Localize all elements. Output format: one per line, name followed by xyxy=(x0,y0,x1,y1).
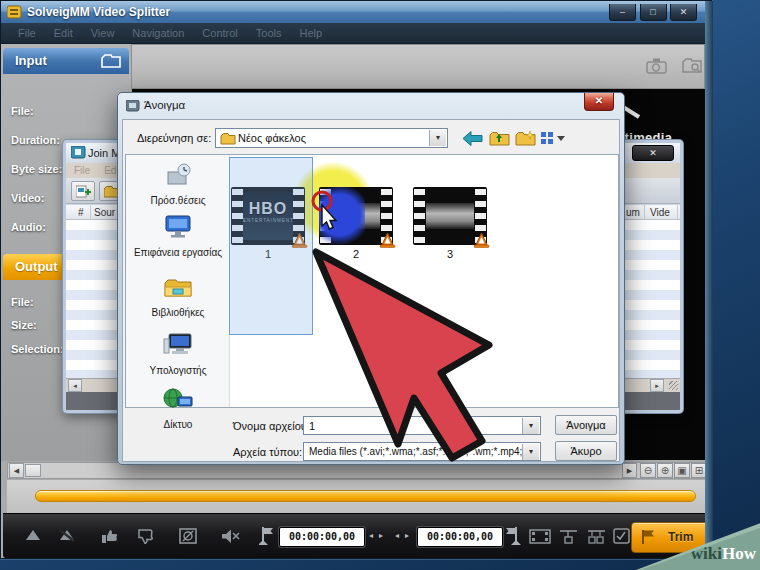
zoom-in-icon[interactable]: ⊕ xyxy=(657,463,673,478)
dialog-icon xyxy=(126,100,140,112)
resize-grip[interactable] xyxy=(669,381,678,390)
cancel-button[interactable]: Άκυρο xyxy=(555,441,617,461)
input-duration-label: Duration: xyxy=(11,134,60,146)
maximize-button[interactable]: □ xyxy=(640,4,667,21)
app-titlebar[interactable]: SolveigMM Video Splitter – □ ✕ xyxy=(1,1,711,23)
fragment-film-icon[interactable] xyxy=(529,528,551,545)
look-in-combobox[interactable]: Νέος φάκελος ▾ xyxy=(215,128,448,148)
window-controls: – □ ✕ xyxy=(610,1,697,21)
new-folder-icon[interactable] xyxy=(515,130,536,146)
menu-edit[interactable]: Edit xyxy=(45,27,82,39)
end-time-field[interactable]: 00:00:00,00 xyxy=(417,527,503,547)
views-icon[interactable] xyxy=(541,131,567,145)
join-menu-file[interactable]: File xyxy=(74,165,90,176)
video-thumbnail[interactable] xyxy=(413,187,487,245)
dialog-close-button[interactable]: ✕ xyxy=(584,93,614,111)
start-time-decrement[interactable]: ◂ xyxy=(369,531,373,540)
folder-icon xyxy=(220,132,236,145)
minimize-button[interactable]: – xyxy=(609,4,636,21)
thumbs-down-icon[interactable] xyxy=(137,528,155,544)
timeline-track[interactable] xyxy=(35,490,696,502)
app-menubar: File Edit View Navigation Control Tools … xyxy=(1,23,711,44)
menu-file[interactable]: File xyxy=(9,27,45,39)
place-desktop[interactable]: Επιφάνεια εργασίας xyxy=(126,213,230,258)
dialog-title: Άνοιγμα xyxy=(144,99,185,111)
place-network[interactable]: Δίκτυο xyxy=(126,387,230,430)
app-window-frame xyxy=(705,1,713,560)
look-in-dropdown-arrow[interactable]: ▾ xyxy=(429,130,446,146)
vlc-cone-icon xyxy=(473,232,490,248)
cursor-icon xyxy=(309,189,339,233)
desktop-icon xyxy=(161,213,195,241)
add-marker-icon[interactable] xyxy=(25,528,41,542)
input-file-label: File: xyxy=(11,105,34,117)
file-type-combobox[interactable]: Media files (*.avi;*.wma;*.asf;*.wmv;*.w… xyxy=(303,442,541,461)
video-toolbar xyxy=(131,44,705,89)
join-scroll-right-button[interactable]: ▸ xyxy=(650,379,664,392)
menu-control[interactable]: Control xyxy=(193,27,246,39)
menu-navigation[interactable]: Navigation xyxy=(123,27,193,39)
end-time-decrement[interactable]: ◂ xyxy=(395,531,399,540)
start-time-field[interactable]: 00:00:00,00 xyxy=(279,527,365,547)
cut-end-icon[interactable] xyxy=(587,528,607,545)
recent-places-icon xyxy=(161,161,195,189)
up-folder-icon[interactable] xyxy=(489,130,510,146)
trim-button-label: Trim xyxy=(668,530,693,544)
start-marker-flag-icon[interactable] xyxy=(259,526,275,546)
mute-icon[interactable] xyxy=(221,528,241,545)
back-icon[interactable] xyxy=(463,131,483,146)
scroll-left-button[interactable]: ◀ xyxy=(9,463,24,478)
file-name-label: Όνομα αρχείου: xyxy=(233,420,310,432)
remove-marker-icon[interactable] xyxy=(59,528,75,542)
open-button[interactable]: Άνοιγμα xyxy=(555,415,617,435)
look-in-label: Διερεύνηση σε: xyxy=(137,132,211,144)
column-source[interactable]: Sour xyxy=(94,207,115,218)
frame-preview-icon[interactable] xyxy=(179,528,198,545)
input-video-label: Video: xyxy=(11,192,44,204)
zoom-selection-icon[interactable]: ▣ xyxy=(674,463,690,478)
desktop: SolveigMM Video Splitter – □ ✕ File Edit… xyxy=(0,0,760,570)
file-name-value: 1 xyxy=(309,420,315,432)
column-number[interactable]: # xyxy=(78,207,84,218)
join-scroll-left-button[interactable]: ◂ xyxy=(68,379,82,392)
file-item-3[interactable]: 3 xyxy=(413,187,487,260)
column-video[interactable]: Vide xyxy=(650,207,670,218)
selection-marquee xyxy=(229,157,313,335)
file-type-dropdown-arrow[interactable]: ▾ xyxy=(522,444,539,460)
file-type-label: Αρχεία τύπου: xyxy=(233,446,302,458)
input-audio-label: Audio: xyxy=(11,221,46,233)
file-name-combobox[interactable]: 1 ▾ xyxy=(303,416,541,435)
scroll-right-button[interactable]: ▶ xyxy=(622,463,637,478)
join-close-button[interactable]: ✕ xyxy=(632,145,674,161)
place-recent[interactable]: Πρόσ.θέσεις xyxy=(126,161,230,206)
cut-begin-icon[interactable] xyxy=(559,528,579,545)
places-bar: Πρόσ.θέσεις Επιφάνεια εργασίας xyxy=(126,155,230,407)
file-type-value: Media files (*.avi;*.wma;*.asf;*.wmv;*.w… xyxy=(309,446,522,457)
menu-view[interactable]: View xyxy=(82,27,124,39)
thumbs-up-icon[interactable] xyxy=(101,528,119,544)
start-time-increment[interactable]: ▸ xyxy=(379,531,383,540)
input-bytesize-label: Byte size: xyxy=(11,163,62,175)
task-list-icon[interactable] xyxy=(613,528,631,545)
folder-icon xyxy=(101,54,121,68)
folder-search-icon[interactable] xyxy=(682,58,703,75)
place-computer[interactable]: Υπολογιστής xyxy=(126,331,230,376)
playback-control-bar: 00:00:00,00 ◂ ▸ ◂ ▸ 00:00:00,00 xyxy=(3,513,710,558)
column-medium[interactable]: um xyxy=(626,207,640,218)
place-libraries[interactable]: Βιβλιοθήκες xyxy=(126,275,230,318)
file-name: 2 xyxy=(319,248,393,260)
menu-help[interactable]: Help xyxy=(291,27,332,39)
end-time-increment[interactable]: ▸ xyxy=(405,531,409,540)
zoom-out-icon[interactable]: ⊖ xyxy=(640,463,656,478)
libraries-icon xyxy=(161,275,195,301)
file-name-dropdown-arrow[interactable]: ▾ xyxy=(522,418,539,434)
menu-tools[interactable]: Tools xyxy=(247,27,291,39)
output-selection-label: Selection: xyxy=(11,343,64,355)
end-marker-flag-icon[interactable] xyxy=(505,526,521,546)
scrollbar-thumb[interactable] xyxy=(25,464,41,477)
add-file-button[interactable] xyxy=(71,181,95,201)
snapshot-camera-icon[interactable] xyxy=(646,57,669,75)
input-section-header[interactable]: Input xyxy=(3,48,129,74)
computer-icon xyxy=(161,331,195,359)
close-button[interactable]: ✕ xyxy=(670,4,697,21)
